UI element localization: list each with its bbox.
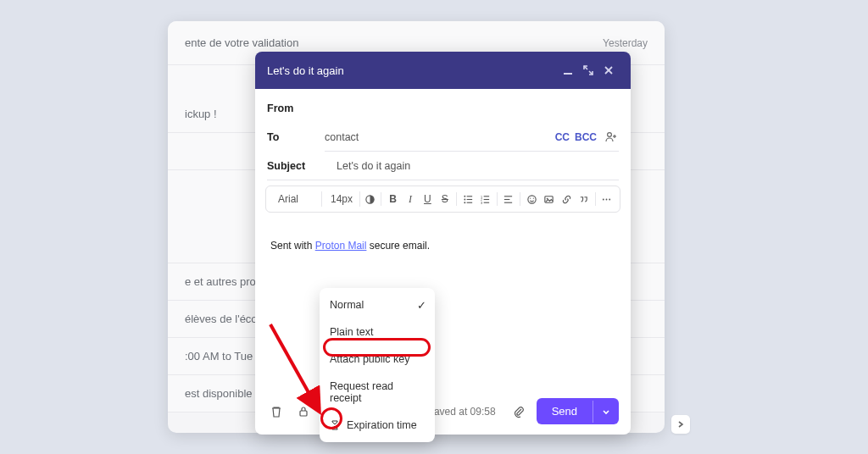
font-size-select[interactable]: 14px — [324, 191, 360, 207]
unordered-list-icon[interactable] — [460, 190, 476, 208]
to-label: To — [267, 131, 325, 143]
color-icon[interactable] — [362, 190, 377, 208]
mail-subject: ickup ! — [185, 108, 217, 120]
menu-item-read-receipt[interactable]: Request read receipt — [320, 373, 435, 412]
check-icon: ✓ — [417, 299, 426, 312]
align-icon[interactable] — [501, 190, 516, 208]
send-caret[interactable] — [593, 401, 619, 423]
menu-item-expiration[interactable]: Expiration time — [320, 412, 435, 439]
font-select[interactable]: Arial — [271, 191, 322, 207]
trash-icon[interactable] — [267, 402, 286, 421]
menu-item-plaintext[interactable]: Plain text — [320, 318, 435, 346]
more-format-icon[interactable] — [599, 190, 615, 208]
svg-point-9 — [464, 195, 465, 197]
expand-button[interactable] — [578, 60, 598, 80]
minimize-button[interactable] — [558, 60, 578, 80]
lock-icon[interactable] — [294, 402, 313, 421]
svg-point-24 — [527, 195, 535, 202]
underline-button[interactable]: U — [420, 190, 435, 208]
svg-text:3: 3 — [481, 202, 482, 205]
svg-rect-32 — [300, 411, 307, 416]
saved-label: Saved at 09:58 — [427, 406, 496, 418]
composer-fields: From contact To CC BCC Subject Let's do … — [255, 89, 631, 180]
svg-point-13 — [464, 202, 465, 203]
mail-subject: :00 AM to Tue — [185, 350, 253, 363]
emoji-icon[interactable] — [524, 190, 539, 208]
composer-body[interactable]: Sent with Proton Mail secure email. — [255, 213, 631, 390]
svg-point-25 — [530, 197, 531, 198]
composer-window: Let's do it again From contact To CC BCC — [255, 52, 631, 435]
side-panel-toggle[interactable] — [671, 415, 690, 434]
signature: Sent with Proton Mail secure email. — [270, 240, 615, 252]
menu-item-attach-key[interactable]: Attach public key — [320, 346, 435, 373]
composer-title: Let's do it again — [267, 64, 558, 77]
contacts-icon[interactable] — [604, 130, 619, 145]
bcc-button[interactable]: BCC — [575, 131, 597, 143]
strike-button[interactable]: S — [437, 190, 453, 208]
italic-button[interactable]: I — [403, 190, 418, 208]
composer-header: Let's do it again — [255, 52, 631, 89]
hourglass-icon — [330, 419, 342, 431]
svg-point-26 — [532, 197, 533, 198]
send-button[interactable]: Send — [537, 398, 619, 424]
svg-point-31 — [609, 198, 611, 200]
bold-button[interactable]: B — [385, 190, 400, 208]
svg-point-11 — [464, 198, 465, 200]
svg-point-29 — [603, 198, 604, 200]
mail-subject: ente de votre validation — [185, 36, 298, 49]
send-label: Send — [537, 398, 593, 424]
mail-subject: e et autres pro — [185, 275, 256, 288]
more-options-menu: Normal ✓ Plain text Attach public key Re… — [320, 288, 435, 442]
menu-item-normal[interactable]: Normal ✓ — [320, 291, 435, 318]
from-row[interactable]: From — [267, 94, 619, 123]
composer-footer: Saved at 09:58 Send — [255, 390, 631, 435]
mail-subject: est disponible — [185, 387, 253, 400]
quote-icon[interactable] — [576, 190, 591, 208]
svg-point-30 — [606, 198, 608, 200]
subject-value[interactable]: Let's do it again — [325, 160, 619, 172]
from-label: From — [267, 102, 325, 114]
mail-time: Yesterday — [603, 37, 648, 49]
attachment-icon[interactable] — [509, 402, 528, 421]
proton-link[interactable]: Proton Mail — [315, 240, 367, 252]
format-toolbar: Arial 14px B I U S 123 — [265, 185, 620, 213]
svg-point-5 — [608, 133, 612, 137]
subject-row[interactable]: Subject Let's do it again — [267, 152, 619, 180]
mail-subject: élèves de l'éco — [185, 313, 258, 325]
close-button[interactable] — [598, 60, 619, 80]
link-icon[interactable] — [559, 190, 574, 208]
cc-button[interactable]: CC — [555, 131, 570, 143]
image-icon[interactable] — [541, 190, 556, 208]
subject-label: Subject — [267, 160, 325, 172]
ordered-list-icon[interactable]: 123 — [477, 190, 492, 208]
